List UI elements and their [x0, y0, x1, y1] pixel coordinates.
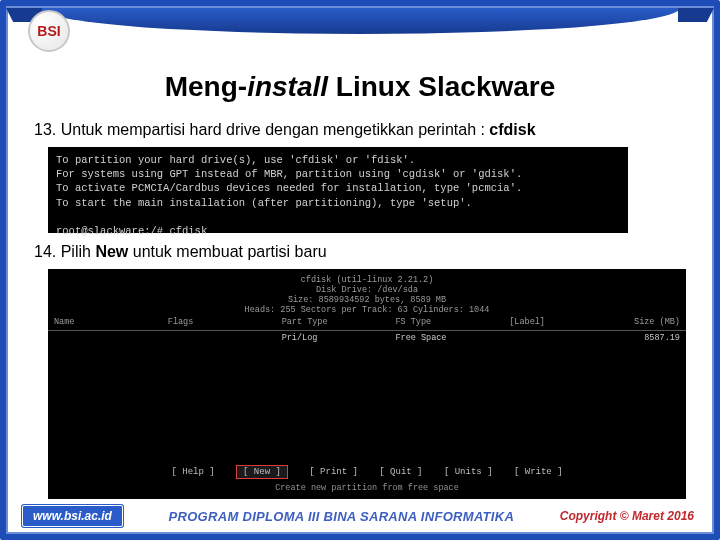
- cfdisk-size: Size: 8589934592 bytes, 8589 MB: [48, 295, 686, 305]
- cell-name: [54, 333, 168, 343]
- step-13: 13. Untuk mempartisi hard drive dengan m…: [34, 121, 692, 139]
- col-fstype: FS Type: [395, 317, 509, 327]
- slide-frame: BSI Meng-install Linux Slackware 13. Unt…: [0, 0, 720, 540]
- bsi-logo: BSI: [28, 10, 70, 52]
- menu-new[interactable]: [ New ]: [236, 465, 288, 479]
- cfdisk-title: cfdisk (util-linux 2.21.2): [48, 275, 686, 285]
- col-label: [Label]: [509, 317, 623, 327]
- step-14-b: New: [95, 243, 128, 260]
- step-13-cmd: cfdisk: [489, 121, 535, 138]
- menu-quit[interactable]: [ Quit ]: [379, 467, 422, 477]
- cell-flags: [168, 333, 282, 343]
- cfdisk-header: cfdisk (util-linux 2.21.2) Disk Drive: /…: [48, 269, 686, 315]
- footer-copyright: Copyright © Maret 2016: [560, 509, 694, 523]
- cell-parttype: Pri/Log: [282, 333, 396, 343]
- cfdisk-menu: [ Help ] [ New ] [ Print ] [ Quit ] [ Un…: [48, 467, 686, 477]
- step-14-a: 14. Pilih: [34, 243, 95, 260]
- step-14-c: untuk membuat partisi baru: [128, 243, 326, 260]
- title-part-c: Linux Slackware: [328, 71, 555, 102]
- terminal-1: To partition your hard drive(s), use 'cf…: [48, 147, 628, 233]
- terminal-2-cfdisk: cfdisk (util-linux 2.21.2) Disk Drive: /…: [48, 269, 686, 499]
- col-name: Name: [54, 317, 168, 327]
- top-ribbon: [40, 8, 680, 34]
- title-part-b: install: [247, 71, 328, 102]
- cfdisk-geom: Heads: 255 Sectors per Track: 63 Cylinde…: [48, 305, 686, 315]
- cfdisk-columns: Name Flags Part Type FS Type [Label] Siz…: [48, 315, 686, 331]
- footer-program: PROGRAM DIPLOMA III BINA SARANA INFORMAT…: [123, 509, 560, 524]
- cell-size: 8587.19: [623, 333, 680, 343]
- cfdisk-hint: Create new partition from free space: [48, 483, 686, 493]
- col-size: Size (MB): [623, 317, 680, 327]
- cell-fstype: Free Space: [395, 333, 509, 343]
- menu-help[interactable]: [ Help ]: [171, 467, 214, 477]
- menu-units[interactable]: [ Units ]: [444, 467, 493, 477]
- footer-url: www.bsi.ac.id: [22, 505, 123, 527]
- slide-content: Meng-install Linux Slackware 13. Untuk m…: [28, 46, 692, 499]
- cfdisk-row-freespace: Pri/Log Free Space 8587.19: [48, 331, 686, 345]
- title-part-a: Meng-: [165, 71, 247, 102]
- step-14: 14. Pilih New untuk membuat partisi baru: [34, 243, 692, 261]
- footer: www.bsi.ac.id PROGRAM DIPLOMA III BINA S…: [12, 504, 708, 528]
- cfdisk-drive: Disk Drive: /dev/sda: [48, 285, 686, 295]
- cell-label: [509, 333, 623, 343]
- slide-title: Meng-install Linux Slackware: [28, 71, 692, 103]
- menu-write[interactable]: [ Write ]: [514, 467, 563, 477]
- menu-print[interactable]: [ Print ]: [309, 467, 358, 477]
- col-flags: Flags: [168, 317, 282, 327]
- step-13-text: 13. Untuk mempartisi hard drive dengan m…: [34, 121, 489, 138]
- col-parttype: Part Type: [282, 317, 396, 327]
